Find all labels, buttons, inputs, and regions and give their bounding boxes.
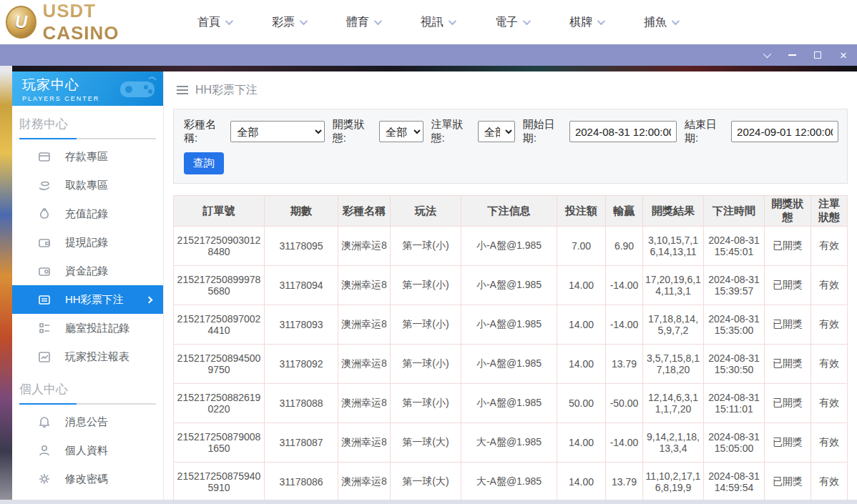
nav-home[interactable]: 首頁 (197, 15, 272, 30)
sidebar-section-title: 個人中心 (19, 381, 163, 397)
nav-slots[interactable]: 電子 (495, 15, 569, 30)
table-cell: 31178093 (265, 305, 338, 345)
nav-cards[interactable]: 棋牌 (569, 15, 644, 30)
window-minimize-button[interactable] (784, 48, 800, 62)
sidebar-item-room-bet-record[interactable]: 廳室投註記錄 (12, 314, 163, 342)
table-cell: 7.00 (557, 227, 606, 266)
nav-sports[interactable]: 體育 (346, 15, 421, 30)
table-cell: 已開獎 (765, 227, 811, 266)
lottery-name-select[interactable]: 全部 (230, 121, 325, 142)
table-cell: 3,5,7,15,8,17,18,20 (643, 345, 704, 384)
table-cell: 2024-08-31 15:35:00 (704, 305, 765, 345)
table-row: 215217250879008165031178087澳洲幸运8第一球(大)大-… (174, 423, 848, 463)
table-cell: 有效 (811, 384, 848, 423)
sidebar-item-profile[interactable]: 個人資料 (12, 436, 163, 465)
table-cell: 第一球(小) (391, 266, 461, 305)
sidebar-item-recharge-record[interactable]: 充值記錄 (12, 199, 163, 228)
table-cell: 已開獎 (765, 345, 811, 384)
start-date-input[interactable] (569, 121, 677, 142)
chevron-down-icon (672, 17, 680, 25)
table-cell: -14.00 (606, 423, 643, 463)
table-cell: 澳洲幸运8 (338, 266, 391, 305)
table-header-cell: 下注時間 (704, 196, 765, 227)
site-logo[interactable]: U USDT CASINO (6, 0, 170, 44)
table-header-cell: 投注額 (557, 196, 606, 227)
main-nav: 首頁 彩票 體育 視訊 電子 棋牌 捕魚 (197, 15, 718, 30)
nav-lottery[interactable]: 彩票 (272, 15, 346, 30)
table-cell: 有效 (811, 305, 848, 345)
table-cell: 已開獎 (765, 305, 811, 345)
table-cell: 已開獎 (765, 266, 811, 305)
table-cell: 澳洲幸运8 (338, 423, 391, 463)
table-cell: 第一球(小) (391, 227, 461, 266)
table-cell: 11,10,2,17,16,8,19,9 (643, 463, 704, 502)
table-cell: 小-A盤@1.985 (461, 227, 557, 266)
wallet-icon (38, 236, 51, 249)
site-header: U USDT CASINO 首頁 彩票 體育 視訊 電子 棋牌 捕魚 (0, 0, 857, 44)
bets-table: 訂單號期數彩種名稱玩法下注信息投注額輸贏開獎結果下注時間開獎狀態注單狀態 215… (173, 195, 848, 504)
window-dropdown-button[interactable] (758, 48, 774, 62)
table-cell: 2152172508999785680 (174, 266, 265, 305)
sidebar-header: 玩家中心 PLAYERS CENTER (12, 71, 163, 106)
chevron-right-icon (146, 296, 153, 303)
end-date-label: 結束日期: (685, 118, 727, 145)
table-cell: 2024-08-31 15:11:01 (704, 384, 765, 423)
background-top-strip (12, 66, 857, 71)
table-row: 215217250882619022031178088澳洲幸运8第一球(小)小-… (174, 384, 848, 423)
table-cell: 9,14,2,1,18,13,3,4 (643, 423, 704, 463)
table-row: 215217250897002441031178093澳洲幸运8第一球(小)小-… (174, 305, 848, 345)
sidebar-item-hh-lottery-bet[interactable]: HH彩票下注 (12, 285, 163, 314)
sidebar-item-withdraw-record[interactable]: 提現記錄 (12, 228, 163, 257)
gear-icon (38, 473, 51, 485)
page-title: HH彩票下注 (195, 83, 258, 98)
table-cell: 小-A盤@1.985 (461, 345, 557, 384)
table-header-cell: 開獎狀態 (765, 196, 811, 227)
table-cell: 14.00 (557, 463, 606, 502)
bell-icon (38, 415, 51, 428)
table-cell: 小-A盤@1.985 (461, 266, 557, 305)
draw-status-label: 開獎狀態: (333, 118, 375, 145)
section-divider (19, 138, 156, 139)
sidebar-item-change-password[interactable]: 修改密碼 (12, 465, 163, 493)
table-cell: 2152172508790081650 (174, 423, 265, 463)
table-cell: 50.00 (557, 384, 606, 423)
window-close-button[interactable]: × (836, 48, 851, 62)
table-cell: 有效 (811, 423, 848, 463)
breadcrumb: HH彩票下注 (173, 71, 848, 109)
table-cell: 有效 (811, 463, 848, 502)
sidebar-item-funds-record[interactable]: 資金記錄 (12, 257, 163, 285)
end-date-input[interactable] (731, 121, 838, 142)
search-button[interactable]: 查詢 (184, 152, 224, 174)
table-cell: 14.00 (557, 305, 606, 345)
window-bottom-edge (0, 500, 857, 504)
table-cell: 14.00 (557, 423, 606, 463)
table-cell: 31178086 (265, 463, 338, 502)
window-maximize-button[interactable] (810, 48, 826, 62)
chevron-down-icon (523, 17, 531, 25)
money-bag-icon (38, 207, 51, 220)
table-cell: 2152172509030128480 (174, 227, 265, 266)
table-row: 215217250903012848031178095澳洲幸运8第一球(小)小-… (174, 227, 848, 266)
nav-fishing[interactable]: 捕魚 (644, 15, 718, 30)
table-cell: 小-A盤@1.985 (461, 384, 557, 423)
section-divider (19, 403, 156, 405)
chevron-down-icon (300, 17, 308, 25)
table-header-cell: 彩種名稱 (338, 196, 391, 227)
background-artwork-strip (0, 66, 12, 504)
sidebar-item-deposit[interactable]: 存款專區 (12, 142, 163, 171)
nav-live[interactable]: 視訊 (421, 15, 495, 30)
chevron-down-icon (449, 17, 456, 25)
menu-toggle-icon[interactable] (177, 86, 188, 94)
draw-status-select[interactable]: 全部 (379, 121, 423, 142)
sidebar-item-player-bet-report[interactable]: 玩家投注報表 (12, 342, 163, 371)
table-cell: 澳洲幸运8 (338, 345, 391, 384)
chart-report-icon (38, 350, 51, 363)
sidebar-item-announcements[interactable]: 消息公告 (12, 407, 163, 436)
order-status-select[interactable]: 全部 (478, 121, 515, 142)
sidebar-item-withdraw[interactable]: 取款專區 (12, 171, 163, 199)
usdt-coin-icon: U (6, 6, 36, 39)
hand-coin-icon (38, 179, 51, 192)
table-cell: 14.00 (557, 266, 606, 305)
table-cell: 2152172508970024410 (174, 305, 265, 345)
table-header-cell: 注單狀態 (811, 196, 848, 227)
